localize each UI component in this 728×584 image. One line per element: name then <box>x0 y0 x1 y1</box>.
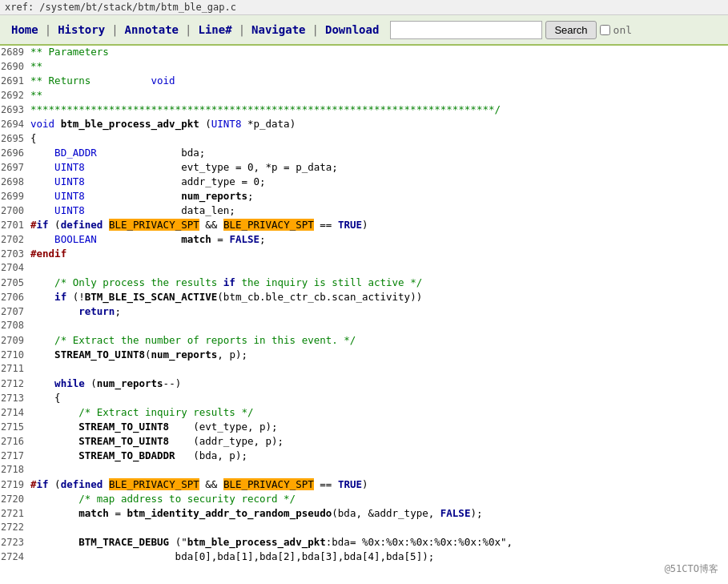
onl-label: onl <box>613 24 632 36</box>
line-content: UINT8 evt_type = 0, *p = p_data; <box>30 161 728 173</box>
line-content: STREAM_TO_BDADDR (bda, p); <box>30 449 728 461</box>
nav-navigate[interactable]: Navigate <box>247 20 310 39</box>
table-row: 2704 <box>0 262 728 276</box>
line-content: return; <box>30 305 728 317</box>
line-number: 2710 <box>0 349 30 360</box>
nav-download[interactable]: Download <box>320 20 384 39</box>
line-content: ** <box>30 89 728 101</box>
line-content: UINT8 addr_type = 0; <box>30 175 728 187</box>
nav-bar: Home | History | Annotate | Line# | Navi… <box>0 15 728 46</box>
nav-sep-3: | <box>183 23 193 36</box>
line-number: 2693 <box>0 104 30 115</box>
title-bar: xref: /system/bt/stack/btm/btm_ble_gap.c <box>0 0 728 15</box>
nav-history[interactable]: History <box>53 20 110 39</box>
line-number: 2699 <box>0 191 30 202</box>
nav-home[interactable]: Home <box>6 20 43 39</box>
line-content: BD_ADDR bda; <box>30 147 728 159</box>
line-content: #if (defined BLE_PRIVACY_SPT && BLE_PRIV… <box>30 478 728 490</box>
line-number: 2695 <box>0 133 30 144</box>
table-row: 2694void btm_ble_process_adv_pkt (UINT8 … <box>0 118 728 132</box>
line-content: { <box>30 132 728 144</box>
line-content: UINT8 data_len; <box>30 204 728 216</box>
line-number: 2712 <box>0 378 30 389</box>
line-number: 2705 <box>0 277 30 288</box>
table-row: 2714 /* Extract inquiry results */ <box>0 406 728 421</box>
line-content: #if (defined BLE_PRIVACY_SPT && BLE_PRIV… <box>30 219 728 231</box>
line-number: 2690 <box>0 61 30 72</box>
line-content: { <box>30 392 728 404</box>
line-content: #endif <box>30 248 728 260</box>
line-number: 2715 <box>0 421 30 433</box>
line-content: /* map address to security record */ <box>30 493 728 505</box>
line-number: 2718 <box>0 464 30 475</box>
line-number: 2711 <box>0 363 30 374</box>
line-content: ****************************************… <box>30 103 728 115</box>
search-button[interactable]: Search <box>545 21 596 39</box>
nav-sep-5: | <box>311 23 320 36</box>
table-row: 2697 UINT8 evt_type = 0, *p = p_data; <box>0 161 728 175</box>
table-row: 2709 /* Extract the number of reports in… <box>0 334 728 348</box>
line-number: 2723 <box>0 537 30 548</box>
line-number: 2720 <box>0 493 30 505</box>
line-number: 2719 <box>0 479 30 490</box>
line-content: STREAM_TO_UINT8(num_reports, p); <box>30 348 728 360</box>
nav-annotate[interactable]: Annotate <box>120 20 183 39</box>
line-number: 2701 <box>0 220 30 231</box>
search-checkbox[interactable] <box>600 25 610 35</box>
nav-lineno[interactable]: Line# <box>193 20 236 39</box>
line-number: 2696 <box>0 147 30 159</box>
line-content: BTM_TRACE_DEBUG ("btm_ble_process_adv_pk… <box>30 536 728 548</box>
table-row: 2720 /* map address to security record *… <box>0 493 728 507</box>
line-content: /* Only process the results if the inqui… <box>30 276 728 288</box>
line-number: 2700 <box>0 205 30 216</box>
line-content: while (num_reports--) <box>30 377 728 389</box>
search-input[interactable] <box>390 21 542 39</box>
line-number: 2714 <box>0 407 30 418</box>
table-row: 2706 if (!BTM_BLE_IS_SCAN_ACTIVE(btm_cb.… <box>0 291 728 305</box>
table-row: 2695{ <box>0 132 728 147</box>
line-content: ** Parameters <box>30 46 728 58</box>
table-row: 2717 STREAM_TO_BDADDR (bda, p); <box>0 449 728 464</box>
line-number: 2689 <box>0 46 30 58</box>
line-content: /* Extract the number of reports in this… <box>30 334 728 346</box>
table-row: 2723 BTM_TRACE_DEBUG ("btm_ble_process_a… <box>0 536 728 550</box>
table-row: 2713 { <box>0 392 728 406</box>
table-row: 2715 STREAM_TO_UINT8 (evt_type, p); <box>0 421 728 435</box>
line-number: 2692 <box>0 90 30 101</box>
line-content: UINT8 num_reports; <box>30 190 728 202</box>
table-row: 2690** <box>0 60 728 75</box>
line-number: 2716 <box>0 436 30 447</box>
line-number: 2707 <box>0 306 30 317</box>
table-row: 2691** Returns void <box>0 75 728 89</box>
line-content: if (!BTM_BLE_IS_SCAN_ACTIVE(btm_cb.ble_c… <box>30 291 728 303</box>
line-number: 2722 <box>0 522 30 533</box>
line-number: 2704 <box>0 262 30 273</box>
line-number: 2724 <box>0 551 30 562</box>
table-row: 2696 BD_ADDR bda; <box>0 147 728 161</box>
table-row: 2722 <box>0 522 728 536</box>
line-content: ** <box>30 60 728 72</box>
nav-sep-4: | <box>237 23 247 36</box>
line-content: STREAM_TO_UINT8 (evt_type, p); <box>30 421 728 433</box>
line-number: 2721 <box>0 508 30 519</box>
table-row: 2698 UINT8 addr_type = 0; <box>0 175 728 190</box>
line-content: void btm_ble_process_adv_pkt (UINT8 *p_d… <box>30 118 728 130</box>
table-row: 2716 STREAM_TO_UINT8 (addr_type, p); <box>0 435 728 449</box>
line-number: 2697 <box>0 162 30 173</box>
table-row: 2710 STREAM_TO_UINT8(num_reports, p); <box>0 348 728 363</box>
table-row: 2693************************************… <box>0 103 728 118</box>
line-number: 2702 <box>0 234 30 245</box>
table-row: 2721 match = btm_identity_addr_to_random… <box>0 507 728 522</box>
line-number: 2691 <box>0 75 30 87</box>
line-content: ** Returns void <box>30 75 728 87</box>
table-row: 2707 return; <box>0 305 728 320</box>
line-number: 2703 <box>0 248 30 260</box>
line-number: 2706 <box>0 292 30 303</box>
line-number: 2709 <box>0 335 30 346</box>
line-content: match = btm_identity_addr_to_random_pseu… <box>30 507 728 519</box>
table-row: 2703#endif <box>0 248 728 262</box>
table-row: 2689** Parameters <box>0 46 728 60</box>
nav-sep-1: | <box>43 23 53 36</box>
line-number: 2713 <box>0 393 30 404</box>
table-row: 2702 BOOLEAN match = FALSE; <box>0 233 728 248</box>
